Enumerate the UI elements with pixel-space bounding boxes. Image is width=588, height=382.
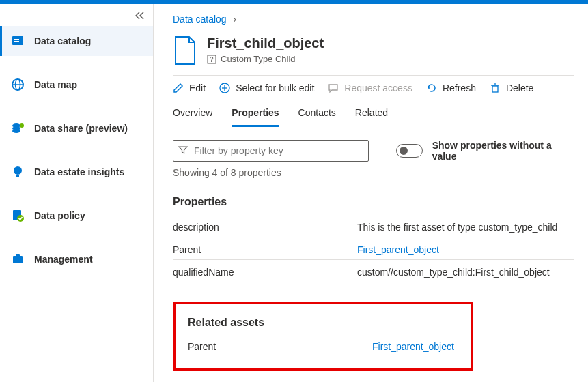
property-value-link[interactable]: First_parent_object	[357, 244, 439, 255]
svg-text:?: ?	[210, 56, 214, 63]
tab-related[interactable]: Related	[355, 102, 388, 127]
property-row: qualifiedName custom//custom_type_child:…	[173, 260, 574, 282]
management-icon	[11, 252, 25, 266]
property-key: qualifiedName	[173, 267, 357, 278]
catalog-icon	[11, 34, 25, 48]
properties-list: description This is the first asset of t…	[173, 215, 574, 282]
properties-heading: Properties	[173, 190, 574, 215]
asset-title: First_child_object	[207, 35, 324, 51]
share-icon	[11, 121, 25, 135]
delete-icon	[490, 83, 501, 93]
filter-icon	[178, 145, 188, 157]
file-icon	[173, 35, 197, 65]
chat-icon	[328, 83, 339, 93]
sidebar-item-data-catalog[interactable]: Data catalog	[0, 26, 153, 56]
svg-rect-1	[14, 39, 19, 40]
related-row: Parent First_parent_object	[188, 336, 460, 352]
select-bulk-button[interactable]: Select for bulk edit	[219, 83, 314, 93]
refresh-button[interactable]: Refresh	[426, 83, 476, 93]
insights-icon	[11, 165, 25, 179]
property-key: description	[173, 222, 357, 233]
showing-count: Showing 4 of 8 properties	[173, 167, 574, 190]
map-icon	[11, 78, 25, 91]
property-value: custom//custom_type_child:First_child_ob…	[357, 267, 550, 278]
property-row: description This is the first asset of t…	[173, 215, 574, 237]
sidebar-item-management[interactable]: Management	[0, 244, 153, 274]
refresh-icon	[426, 83, 437, 93]
asset-header: First_child_object ? Custom Type Child	[173, 31, 574, 75]
subtype-icon: ?	[207, 55, 216, 64]
tabs: Overview Properties Contacts Related	[173, 102, 574, 128]
svg-rect-21	[492, 86, 498, 92]
toolbar: Edit Select for bulk edit Request access…	[173, 76, 574, 102]
svg-point-13	[17, 215, 24, 222]
svg-point-10	[14, 166, 22, 175]
plus-circle-icon	[219, 83, 230, 93]
main-content: Data catalog › First_child_object ? Cust…	[154, 4, 588, 382]
property-row: Parent First_parent_object	[173, 237, 574, 260]
sidebar-item-label: Management	[34, 254, 93, 265]
tab-contacts[interactable]: Contacts	[298, 102, 336, 127]
sidebar-item-label: Data estate insights	[34, 166, 124, 177]
tab-overview[interactable]: Overview	[173, 102, 212, 127]
svg-rect-0	[12, 36, 23, 45]
edit-button[interactable]: Edit	[173, 83, 206, 93]
tab-properties[interactable]: Properties	[232, 102, 279, 127]
sidebar-item-data-map[interactable]: Data map	[0, 70, 153, 100]
sidebar-item-label: Data map	[34, 79, 77, 90]
sidebar-item-label: Data catalog	[34, 35, 91, 46]
asset-subtype: ? Custom Type Child	[207, 54, 324, 64]
breadcrumb: Data catalog ›	[173, 14, 574, 31]
related-value-link[interactable]: First_parent_object	[372, 341, 454, 352]
svg-rect-2	[14, 41, 19, 42]
edit-icon	[173, 83, 184, 93]
sidebar-item-data-policy[interactable]: Data policy	[0, 201, 153, 231]
chevron-right-icon: ›	[234, 14, 237, 25]
request-access-button: Request access	[328, 83, 412, 93]
toggle-wrap: Show properties without a value	[396, 140, 574, 162]
property-value: This is the first asset of type custom_t…	[357, 222, 557, 233]
filter-input[interactable]	[173, 140, 369, 162]
sidebar-item-data-estate-insights[interactable]: Data estate insights	[0, 157, 153, 187]
sidebar-item-data-share[interactable]: Data share (preview)	[0, 113, 153, 143]
toggle-label: Show properties without a value	[432, 140, 574, 162]
filter-row: Show properties without a value	[173, 130, 574, 167]
property-key: Parent	[173, 244, 357, 255]
svg-rect-14	[13, 256, 23, 263]
sidebar-item-label: Data share (preview)	[34, 123, 128, 134]
svg-rect-15	[16, 254, 20, 257]
sidebar: Data catalog Data map Data share (previe…	[0, 4, 154, 382]
filter-input-wrap	[173, 140, 369, 162]
collapse-sidebar-icon[interactable]	[135, 11, 145, 22]
delete-button[interactable]: Delete	[490, 83, 533, 93]
sidebar-item-label: Data policy	[34, 210, 85, 221]
svg-rect-11	[16, 175, 19, 177]
related-key: Parent	[188, 341, 372, 352]
related-assets-highlight: Related assets Parent First_parent_objec…	[173, 302, 473, 371]
svg-point-9	[20, 123, 24, 128]
policy-icon	[11, 209, 25, 222]
related-assets-heading: Related assets	[188, 311, 460, 336]
svg-point-8	[12, 129, 20, 133]
show-empty-toggle[interactable]	[396, 144, 423, 158]
breadcrumb-root[interactable]: Data catalog	[173, 14, 227, 25]
